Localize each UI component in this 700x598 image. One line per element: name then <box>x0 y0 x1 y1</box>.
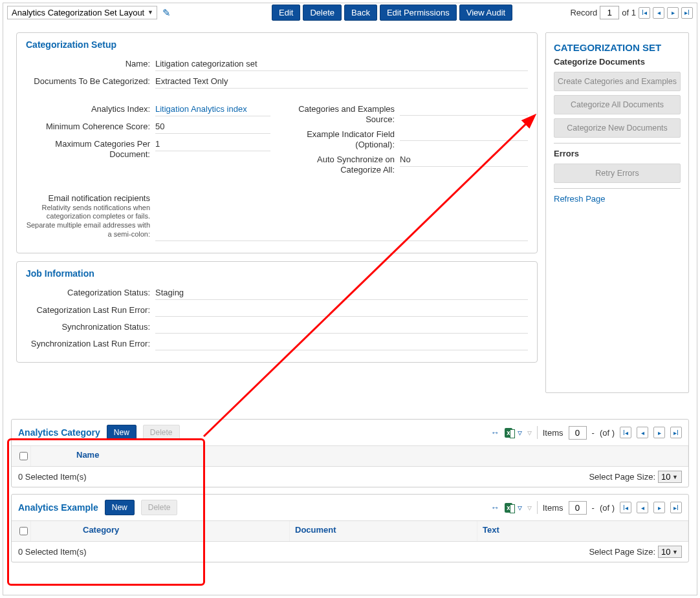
maxcat-value: 1 <box>155 136 270 151</box>
col-category[interactable]: Category <box>31 521 290 541</box>
record-pager: Record of 1 I◂ ◂ ▸ ▸I <box>570 6 693 19</box>
analytics-category-grid: Analytics Category New Delete ↔ x ▿ ▿ It… <box>11 419 689 487</box>
record-label: Record <box>570 8 597 17</box>
email-label: Email notification recipients <box>48 193 150 203</box>
job-title: Job Information <box>26 268 528 279</box>
name-label: Name: <box>26 56 155 69</box>
email-hint: Relativity sends notifications when cate… <box>26 204 150 239</box>
refresh-page-link[interactable]: Refresh Page <box>554 194 681 204</box>
syncstatus-label: Synchronization Status: <box>26 319 155 332</box>
example-new-button[interactable]: New <box>105 500 135 515</box>
job-info-panel: Job Information Categorization Status: S… <box>16 261 538 363</box>
items-input[interactable] <box>569 426 587 440</box>
catsource-value <box>400 101 528 116</box>
grid1-prev-button[interactable]: ◂ <box>637 427 648 438</box>
example-page-size-select[interactable]: 10 <box>658 546 682 558</box>
index-label: Analytics Index: <box>26 101 155 114</box>
col-document[interactable]: Document <box>290 521 477 541</box>
category-select-all-checkbox[interactable] <box>19 452 28 460</box>
catstatus-value: Staging <box>155 285 528 300</box>
docs-label: Documents To Be Categorized: <box>26 74 155 86</box>
side-title: CATEGORIZATION SET <box>554 42 681 53</box>
syncerr-value <box>155 336 528 350</box>
setup-title: Categorization Setup <box>26 39 528 50</box>
catstatus-label: Categorization Status: <box>26 285 155 297</box>
grid1-next-button[interactable]: ▸ <box>653 427 665 438</box>
clear-filter-icon[interactable]: ▿ <box>527 502 532 513</box>
grid1-last-button[interactable]: ▸I <box>670 427 682 438</box>
maxcat-label: Maximum Categories Per Document: <box>26 136 155 159</box>
caterr-label: Categorization Last Run Error: <box>26 303 155 315</box>
email-value <box>155 227 528 241</box>
grid1-first-button[interactable]: I◂ <box>620 427 631 438</box>
next-record-button[interactable]: ▸ <box>667 7 679 19</box>
export-excel-icon[interactable]: x <box>505 428 512 438</box>
grid2-next-button[interactable]: ▸ <box>653 502 665 513</box>
first-record-button[interactable]: I◂ <box>639 7 650 19</box>
page-size-label: Select Page Size: <box>589 547 655 557</box>
prev-record-button[interactable]: ◂ <box>653 7 664 19</box>
record-of: of 1 <box>622 8 636 17</box>
exindicator-label: Example Indicator Field (Optional): <box>283 127 400 149</box>
expand-icon[interactable]: ↔ <box>490 427 499 438</box>
retry-errors-button[interactable]: Retry Errors <box>554 164 681 183</box>
categorize-all-button[interactable]: Categorize All Documents <box>554 95 681 114</box>
edit-permissions-button[interactable]: Edit Permissions <box>380 5 457 21</box>
categorization-setup-panel: Categorization Setup Name: Litigation ca… <box>16 32 538 253</box>
filter-icon[interactable]: ▿ <box>518 502 522 513</box>
delete-button[interactable]: Delete <box>303 5 342 21</box>
categorize-new-button[interactable]: Categorize New Documents <box>554 118 681 138</box>
categorization-set-side-panel: CATEGORIZATION SET Categorize Documents … <box>545 32 689 393</box>
syncstatus-value <box>155 319 528 334</box>
category-grid-title: Analytics Category <box>18 427 100 438</box>
items-label: Items <box>543 428 563 438</box>
example-selected-count: 0 Selected Item(s) <box>18 547 87 557</box>
clear-filter-icon[interactable]: ▿ <box>527 427 532 438</box>
category-delete-button[interactable]: Delete <box>143 425 180 440</box>
category-selected-count: 0 Selected Item(s) <box>18 472 87 482</box>
docs-value: Extracted Text Only <box>155 74 528 89</box>
last-record-button[interactable]: ▸I <box>681 7 693 19</box>
edit-button[interactable]: Edit <box>272 5 300 21</box>
example-grid-title: Analytics Example <box>18 502 98 513</box>
example-delete-button[interactable]: Delete <box>141 500 178 515</box>
grid2-first-button[interactable]: I◂ <box>620 502 631 513</box>
edit-layout-icon[interactable]: ✎ <box>162 7 171 19</box>
items-input[interactable] <box>569 501 587 515</box>
autosync-label: Auto Synchronize on Categorize All: <box>283 152 400 175</box>
layout-select[interactable]: Analytics Categorization Set Layout <box>7 6 157 19</box>
side-subtitle: Categorize Documents <box>554 57 681 67</box>
export-excel-icon[interactable]: x <box>505 503 512 513</box>
top-toolbar: Analytics Categorization Set Layout ✎ Ed… <box>3 3 697 25</box>
caterr-value <box>155 303 528 317</box>
items-dash: - <box>592 503 595 513</box>
errors-title: Errors <box>554 149 681 158</box>
mincoh-value: 50 <box>155 119 270 134</box>
index-value-link[interactable]: Litigation Analytics index <box>155 101 270 116</box>
page-size-label: Select Page Size: <box>589 472 655 482</box>
exindicator-value <box>400 127 528 141</box>
grid2-last-button[interactable]: ▸I <box>670 502 682 513</box>
back-button[interactable]: Back <box>344 5 377 21</box>
autosync-value: No <box>400 152 528 167</box>
catsource-label: Categories and Examples Source: <box>283 101 400 124</box>
items-of: (of ) <box>600 428 615 438</box>
analytics-example-grid: Analytics Example New Delete ↔ x ▿ ▿ Ite… <box>11 494 689 562</box>
record-input[interactable] <box>600 6 619 19</box>
example-select-all-checkbox[interactable] <box>19 527 28 535</box>
items-dash: - <box>592 428 595 438</box>
items-of: (of ) <box>600 503 615 513</box>
category-page-size-select[interactable]: 10 <box>658 471 682 483</box>
view-audit-button[interactable]: View Audit <box>459 5 512 21</box>
filter-icon[interactable]: ▿ <box>518 427 522 438</box>
syncerr-label: Synchronization Last Run Error: <box>26 336 155 348</box>
create-categories-button[interactable]: Create Categories and Examples <box>554 72 681 91</box>
mincoh-label: Minimum Coherence Score: <box>26 119 155 131</box>
expand-icon[interactable]: ↔ <box>490 502 499 513</box>
name-value: Litigation categorization set <box>155 56 528 71</box>
col-name[interactable]: Name <box>31 446 688 466</box>
items-label: Items <box>543 503 563 513</box>
grid2-prev-button[interactable]: ◂ <box>637 502 648 513</box>
col-text[interactable]: Text <box>477 521 688 541</box>
category-new-button[interactable]: New <box>107 425 137 440</box>
